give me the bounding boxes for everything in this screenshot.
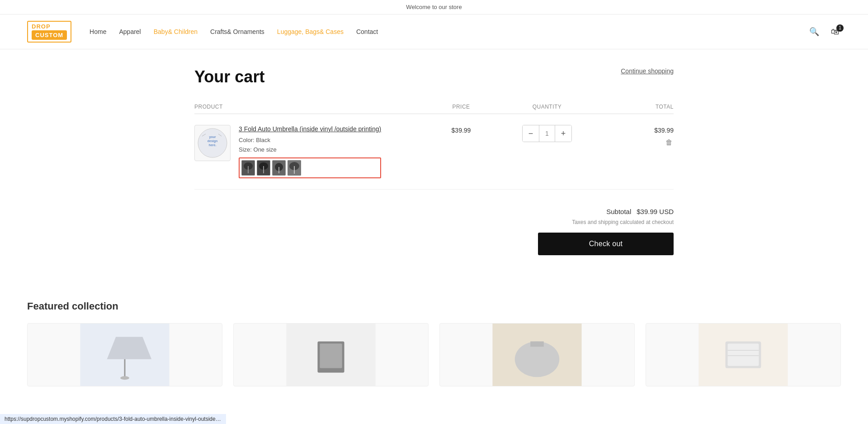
product-color: Color: Black [239, 137, 381, 143]
strip-img-1 [241, 160, 255, 176]
search-icon: 🔍 [809, 27, 819, 36]
subtotal-amount: $39.99 USD [637, 208, 674, 215]
cart-badge: 1 [836, 24, 844, 32]
cart-title: Your cart [194, 67, 264, 86]
featured-card-2-image [234, 324, 428, 386]
product-images-strip [239, 157, 381, 178]
search-button[interactable]: 🔍 [807, 25, 821, 38]
product-details: 3 Fold Auto Umbrella (inside vinyl /outs… [239, 125, 381, 178]
quantity-stepper: − 1 + [522, 125, 572, 142]
nav-baby-children[interactable]: Baby& Children [154, 28, 198, 35]
product-price: $39.99 [420, 125, 502, 134]
checkout-button[interactable]: Check out [538, 233, 674, 255]
svg-rect-30 [728, 343, 759, 366]
product-quantity-control: − 1 + [502, 125, 592, 142]
trash-icon: 🗑 [665, 138, 673, 146]
svg-text:design: design [208, 139, 218, 143]
strip-img-2 [257, 160, 270, 176]
featured-section: Featured collection [0, 282, 868, 405]
product-image-svg: your design here. [197, 127, 228, 159]
product-total-amount: $39.99 [654, 127, 674, 134]
quantity-value: 1 [539, 125, 555, 142]
strip-img-4 [288, 160, 301, 176]
logo-top: Drop [32, 24, 51, 29]
subtotal-label: Subtotal [606, 208, 631, 215]
svg-text:your: your [209, 135, 216, 139]
svg-text:here.: here. [209, 143, 217, 147]
cart-button[interactable]: 🛍 1 [829, 25, 841, 38]
featured-card-1[interactable] [27, 323, 222, 386]
svg-rect-24 [320, 343, 342, 368]
cart-item: your design here. 3 Fold Auto Umbrella (… [194, 114, 674, 190]
svg-point-21 [120, 376, 129, 380]
nav-apparel[interactable]: Apparel [119, 28, 141, 35]
nav-home[interactable]: Home [90, 28, 106, 35]
product-size: Size: One size [239, 146, 381, 153]
col-header-price: Price [420, 104, 502, 110]
main-content: Your cart Continue shopping Product Pric… [185, 49, 683, 282]
cart-header: Your cart Continue shopping [194, 67, 674, 86]
featured-card-1-image [28, 324, 222, 386]
quantity-decrease-button[interactable]: − [523, 125, 539, 142]
banner-text: Welcome to our store [406, 4, 462, 10]
cart-table-header: Product Price Quantity Total [194, 100, 674, 114]
logo-bottom: Custom [32, 30, 67, 40]
col-header-quantity: Quantity [502, 104, 592, 110]
continue-shopping-link[interactable]: Continue shopping [621, 67, 674, 75]
nav-luggage[interactable]: Luggage, Bags& Cases [277, 28, 344, 35]
col-header-total: Total [592, 104, 674, 110]
quantity-increase-button[interactable]: + [555, 125, 571, 142]
header-left: Drop Custom Home Apparel Baby& Children … [27, 21, 378, 43]
logo[interactable]: Drop Custom [27, 21, 71, 43]
featured-card-3-image [440, 324, 634, 386]
header-right: 🔍 🛍 1 [807, 25, 841, 38]
featured-card-4-image [646, 324, 840, 386]
svg-point-0 [198, 129, 227, 157]
featured-card-3[interactable] [439, 323, 635, 386]
product-total: $39.99 🗑 [592, 125, 674, 148]
product-image: your design here. [194, 125, 231, 161]
featured-grid [27, 323, 841, 386]
col-header-product: Product [194, 104, 420, 110]
tax-note: Taxes and shipping calculated at checkou… [572, 219, 674, 225]
strip-img-3 [272, 160, 286, 176]
svg-rect-27 [530, 341, 544, 347]
featured-title: Featured collection [27, 300, 841, 312]
product-name-link[interactable]: 3 Fold Auto Umbrella (inside vinyl /outs… [239, 125, 381, 134]
top-banner: Welcome to our store [0, 0, 868, 14]
site-header: Drop Custom Home Apparel Baby& Children … [0, 14, 868, 49]
product-info: your design here. 3 Fold Auto Umbrella (… [194, 125, 420, 178]
nav-crafts[interactable]: Crafts& Ornaments [210, 28, 264, 35]
featured-card-2[interactable] [233, 323, 429, 386]
subtotal-row: Subtotal $39.99 USD [606, 208, 674, 215]
main-nav: Home Apparel Baby& Children Crafts& Orna… [90, 28, 378, 35]
nav-contact[interactable]: Contact [356, 28, 378, 35]
subtotal-section: Subtotal $39.99 USD Taxes and shipping c… [194, 208, 674, 255]
delete-item-button[interactable]: 🗑 [665, 138, 674, 148]
featured-card-4[interactable] [646, 323, 841, 386]
